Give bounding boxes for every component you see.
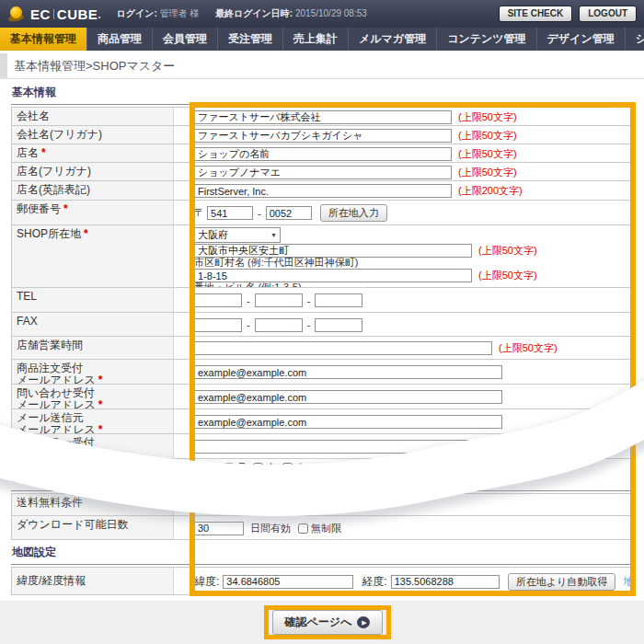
zip-separator: - bbox=[258, 208, 261, 219]
tab-sales[interactable]: 売上集計 bbox=[283, 28, 349, 51]
eccube-logo-icon bbox=[8, 6, 25, 21]
set-on-map-link[interactable]: 地図で設定 bbox=[623, 574, 632, 590]
limit-note: (上限50文字) bbox=[499, 341, 558, 355]
tel1-input[interactable] bbox=[194, 293, 242, 307]
shop-name-label: 店名* bbox=[12, 144, 174, 162]
contact-email-input[interactable] bbox=[194, 390, 502, 404]
limit-note: (上限50文字) bbox=[458, 147, 517, 161]
shop-name-input[interactable] bbox=[194, 147, 452, 161]
limit-note: (上限50文字) bbox=[478, 269, 537, 282]
tab-contents[interactable]: コンテンツ管理 bbox=[437, 28, 536, 51]
row-fax: FAX - - bbox=[12, 313, 632, 337]
shop-functions-table: 送料無料条件 円以上購入時無料 ダウンロード可能日数 日間有効 無制限 bbox=[11, 493, 633, 540]
logout-button[interactable]: LOGOUT bbox=[579, 6, 637, 22]
tab-basic-info[interactable]: 基本情報管理 bbox=[0, 28, 87, 51]
breadcrumb: 基本情報管理>SHOPマスター bbox=[14, 58, 175, 75]
section-map-heading: 地図設定 bbox=[11, 545, 633, 565]
unlimited-option[interactable]: 無制限 bbox=[298, 522, 341, 535]
free-shipping-input[interactable] bbox=[194, 499, 244, 512]
shop-kana-input[interactable] bbox=[194, 166, 452, 179]
main-nav: 基本情報管理 商品管理 会員管理 受注管理 売上集計 メルマガ管理 コンテンツ管… bbox=[0, 28, 644, 51]
app-header: EC CUBE . ログイン: 管理者 様 最終ログイン日時: 2015/10/… bbox=[0, 0, 644, 28]
row-sender-email: メール送信元 メールアドレス* bbox=[12, 409, 632, 434]
row-error-email: 送信エラー受付 メールアドレス* bbox=[12, 434, 632, 459]
last-login-label: 最終ログイン日時: bbox=[215, 8, 293, 18]
required-mark: * bbox=[98, 398, 103, 409]
row-zipcode: 郵便番号* 〒 - 所在地入力 bbox=[12, 201, 632, 225]
fax3-input[interactable] bbox=[315, 318, 362, 332]
fax2-input[interactable] bbox=[255, 318, 303, 332]
company-kana-label: 会社名(フリガナ) bbox=[12, 126, 174, 144]
longitude-input[interactable] bbox=[391, 575, 500, 589]
zipcode1-input[interactable] bbox=[207, 206, 253, 220]
business-hours-label: 店舗営業時間 bbox=[12, 337, 174, 359]
limit-note: (上限50文字) bbox=[458, 129, 517, 143]
tab-products[interactable]: 商品管理 bbox=[87, 28, 153, 51]
longitude-label: 経度: bbox=[362, 574, 386, 590]
chevron-down-icon: ▼ bbox=[270, 232, 277, 238]
zipcode2-input[interactable] bbox=[266, 206, 312, 220]
required-mark: * bbox=[98, 374, 103, 385]
tab-orders[interactable]: 受注管理 bbox=[218, 28, 283, 51]
download-days-input[interactable] bbox=[194, 522, 244, 535]
required-mark: * bbox=[98, 448, 103, 459]
tel3-input[interactable] bbox=[315, 293, 362, 307]
eccube-admin-page: EC CUBE . ログイン: 管理者 様 最終ログイン日時: 2015/10/… bbox=[0, 0, 644, 644]
order-email-input[interactable] bbox=[194, 365, 502, 379]
shop-kana-label: 店名(フリガナ) bbox=[12, 163, 174, 180]
prefecture-select[interactable]: 大阪府 ▼ bbox=[194, 227, 281, 243]
order-email-label: 商品注文受付 メールアドレス* bbox=[12, 360, 174, 384]
shop-english-input[interactable] bbox=[194, 184, 452, 198]
fax1-input[interactable] bbox=[194, 318, 242, 332]
address-street-input[interactable] bbox=[194, 269, 472, 282]
auto-fetch-button[interactable]: 所在地より自動取得 bbox=[508, 573, 616, 591]
tel-separator: - bbox=[307, 295, 311, 306]
site-check-button[interactable]: SITE CHECK bbox=[499, 6, 573, 22]
confirm-page-button[interactable]: 確認ページへ ▶ bbox=[272, 610, 383, 635]
tab-system[interactable]: システム設定 bbox=[626, 28, 644, 51]
fax-separator: - bbox=[247, 319, 250, 330]
lat-lng-label: 緯度/経度情報 bbox=[12, 568, 174, 594]
required-mark: * bbox=[98, 423, 103, 434]
row-lat-lng: 緯度/経度情報 緯度: 経度: 所在地より自動取得 地図で設定 bbox=[12, 568, 632, 595]
company-kana-input[interactable] bbox=[194, 129, 452, 143]
section-basic-heading: 基本情報 bbox=[11, 85, 633, 105]
row-business-hours: 店舗営業時間 (上限50文字) bbox=[12, 337, 632, 360]
basic-info-table: 会社名 (上限50文字) 会社名(フリガナ) (上限50文字) 店名* (上限5… bbox=[11, 107, 633, 481]
sender-email-input[interactable] bbox=[194, 415, 502, 429]
row-order-email: 商品注文受付 メールアドレス* bbox=[12, 360, 632, 385]
map-settings-table: 緯度/経度情報 緯度: 経度: 所在地より自動取得 地図で設定 bbox=[11, 567, 633, 595]
company-name-input[interactable] bbox=[194, 110, 452, 124]
tab-mailmagazine[interactable]: メルマガ管理 bbox=[349, 28, 437, 51]
login-label: ログイン: bbox=[116, 8, 156, 18]
address-lookup-button[interactable]: 所在地入力 bbox=[320, 204, 387, 222]
limit-note: (上限50文字) bbox=[458, 166, 517, 179]
unlimited-checkbox[interactable] bbox=[298, 523, 308, 534]
login-user: 管理者 様 bbox=[160, 8, 200, 18]
row-contact-email: 問い合わせ受付 メールアドレス* bbox=[12, 385, 632, 409]
required-mark: * bbox=[84, 227, 88, 240]
required-mark: * bbox=[63, 202, 68, 215]
section-func-heading: SHOP機能 bbox=[11, 471, 633, 491]
eccube-logo: EC CUBE . bbox=[8, 6, 101, 22]
contact-email-label: 問い合わせ受付 メールアドレス* bbox=[12, 385, 174, 408]
address-city-input[interactable] bbox=[194, 244, 472, 258]
section-basic-info: 基本情報 会社名 (上限50文字) 会社名(フリガナ) (上限50文字) 店名* bbox=[11, 85, 633, 481]
row-tel: TEL - - bbox=[12, 288, 632, 313]
required-mark: * bbox=[41, 146, 46, 159]
tab-design[interactable]: デザイン管理 bbox=[537, 28, 626, 51]
sender-email-label: メール送信元 メールアドレス* bbox=[12, 409, 174, 433]
breadcrumb-bar: 基本情報管理>SHOPマスター bbox=[0, 51, 644, 79]
error-email-input[interactable] bbox=[194, 440, 502, 454]
row-free-shipping: 送料無料条件 円以上購入時無料 bbox=[12, 494, 632, 516]
tab-members[interactable]: 会員管理 bbox=[153, 28, 218, 51]
business-hours-input[interactable] bbox=[194, 341, 492, 355]
company-name-label: 会社名 bbox=[12, 108, 174, 125]
limit-note: (上限200文字) bbox=[458, 184, 523, 198]
fax-label: FAX bbox=[12, 313, 174, 336]
tel-separator: - bbox=[247, 295, 250, 306]
arrow-circle-icon: ▶ bbox=[357, 616, 370, 628]
tel2-input[interactable] bbox=[255, 293, 303, 307]
latitude-input[interactable] bbox=[223, 575, 353, 589]
login-info: ログイン: 管理者 様 最終ログイン日時: 2015/10/29 08:53 bbox=[116, 7, 366, 20]
